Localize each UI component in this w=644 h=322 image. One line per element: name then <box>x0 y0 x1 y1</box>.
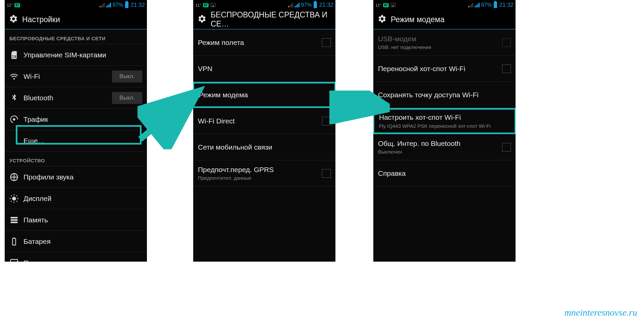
screenshot-tethering: 11° 97 97% 21:32 Режим модема USB-модем … <box>373 0 516 262</box>
sound-icon <box>9 172 23 182</box>
row-label: Сети мобильной связи <box>198 143 331 151</box>
row-label: Режим полета <box>198 38 322 47</box>
row-apps[interactable]: Приложения <box>5 252 147 262</box>
row-label: VPN <box>198 64 331 73</box>
wifi-icon <box>9 72 23 81</box>
sim-icon <box>9 50 23 60</box>
row-usb-modem: USB-модем USB: нет подключения <box>373 30 516 56</box>
bluetooth-icon <box>9 93 23 103</box>
row-wifi[interactable]: Wi-Fi Выкл. <box>5 66 147 87</box>
hotspot-checkbox[interactable] <box>502 64 511 73</box>
row-label: Трафик <box>23 115 142 123</box>
signal-sim1-icon <box>100 3 105 7</box>
section-wireless-header: БЕСПРОВОДНЫЕ СРЕДСТВА И СЕТИ <box>5 30 147 44</box>
row-label: Общ. Интер. по Bluetooth <box>378 139 502 148</box>
signal-sim2-icon <box>475 3 480 7</box>
row-airplane-mode[interactable]: Режим полета <box>193 30 335 56</box>
signal-sim1-icon <box>468 3 473 7</box>
row-label: Режим модема <box>199 91 330 99</box>
signal-sim2-icon <box>106 3 111 7</box>
svg-point-0 <box>13 118 15 120</box>
row-sublabel: Предпочтител. данные <box>198 175 322 181</box>
svg-rect-4 <box>11 219 18 221</box>
row-gprs-pref[interactable]: Предпочт.перед. GPRS Предпочтител. данны… <box>193 160 335 186</box>
screenshot-icon <box>391 3 395 7</box>
row-sublabel: USB: нет подключения <box>378 44 502 50</box>
row-configure-hotspot[interactable]: Настроить хот-спот Wi-Fi Fly IQ443 WPA2 … <box>373 108 516 134</box>
row-portable-hotspot[interactable]: Переносной хот-спот Wi-Fi <box>373 56 516 82</box>
svg-rect-7 <box>13 237 15 238</box>
row-sublabel: Fly IQ443 WPA2 PSK переносной хот-спот W… <box>379 123 510 129</box>
status-bar: 11° 97 97% 21:32 <box>5 0 147 10</box>
battery-percent: 97% <box>112 2 123 8</box>
row-bluetooth-share[interactable]: Общ. Интер. по Bluetooth Выключен <box>373 134 516 160</box>
screen-title: БЕСПРОВОДНЫЕ СРЕДСТВА И СЕ… <box>211 10 332 29</box>
row-label: Сохранять точку доступа Wi-Fi <box>378 91 511 99</box>
status-bar: 11° 97 97% 21:32 <box>373 0 516 10</box>
row-more[interactable]: Еще… <box>5 130 147 152</box>
temp-indicator: 11° <box>7 3 12 8</box>
screen-title: Режим модема <box>391 15 444 24</box>
row-label: Предпочт.перед. GPRS <box>198 165 322 174</box>
battery-percent: 97% <box>301 2 312 8</box>
row-mobile-networks[interactable]: Сети мобильной связи <box>193 134 335 160</box>
row-label: Переносной хот-спот Wi-Fi <box>378 64 502 73</box>
row-sound-profiles[interactable]: Профили звука <box>5 166 147 188</box>
wifi-toggle[interactable]: Выкл. <box>112 70 142 83</box>
row-label: Еще… <box>23 137 142 145</box>
row-memory[interactable]: Память <box>5 209 147 231</box>
row-help[interactable]: Справка <box>373 160 516 186</box>
row-keep-hotspot[interactable]: Сохранять точку доступа Wi-Fi <box>373 82 516 108</box>
btshare-checkbox[interactable] <box>502 143 511 152</box>
weather-badge: 97 <box>383 3 389 7</box>
row-label: Wi-Fi Direct <box>198 117 322 125</box>
row-bluetooth[interactable]: Bluetooth Выкл. <box>5 87 147 109</box>
row-label: Батарея <box>23 237 142 246</box>
weather-badge: 97 <box>203 3 209 7</box>
gear-icon <box>377 14 387 25</box>
row-tethering[interactable]: Режим модема <box>193 82 335 108</box>
signal-sim1-icon <box>288 3 293 7</box>
row-label: Профили звука <box>23 173 142 181</box>
clock: 21:32 <box>319 2 333 8</box>
battery-icon <box>125 2 128 8</box>
row-battery[interactable]: Батарея <box>5 231 147 252</box>
row-label: Bluetooth <box>23 94 112 102</box>
display-icon <box>9 194 23 203</box>
app-bar: Настройки <box>5 10 147 30</box>
section-device-header: УСТРОЙСТВО <box>5 152 147 166</box>
row-sim-management[interactable]: Управление SIM-картами <box>5 44 147 66</box>
screenshot-wireless-more: 11° 97 97% 21:32 БЕСПРОВОДНЫЕ СРЕДСТВА И… <box>193 0 335 262</box>
gear-icon <box>8 14 18 25</box>
bt-toggle[interactable]: Выкл. <box>112 92 142 104</box>
battery-icon <box>494 2 497 8</box>
usb-checkbox <box>502 38 511 47</box>
row-wifi-direct[interactable]: Wi-Fi Direct <box>193 108 335 134</box>
gprs-checkbox[interactable] <box>322 169 331 178</box>
row-display[interactable]: Дисплей <box>5 188 147 209</box>
watermark-text: mneinteresnovse.ru <box>565 307 637 318</box>
svg-rect-3 <box>11 217 18 218</box>
wifidirect-checkbox[interactable] <box>322 117 331 125</box>
screen-title: Настройки <box>22 15 60 24</box>
gear-icon <box>197 14 207 25</box>
screenshot-settings-root: 11° 97 97% 21:32 Настройки БЕСПРОВОДНЫЕ … <box>5 0 147 262</box>
row-vpn[interactable]: VPN <box>193 56 335 82</box>
data-usage-icon <box>9 115 23 124</box>
app-bar: Режим модема <box>373 10 516 30</box>
svg-rect-5 <box>11 221 18 223</box>
storage-icon <box>9 215 23 225</box>
row-sublabel: Выключен <box>378 149 502 155</box>
row-traffic[interactable]: Трафик <box>5 109 147 130</box>
status-bar: 11° 97 97% 21:32 <box>193 0 335 10</box>
battery-settings-icon <box>9 237 23 246</box>
row-label: Память <box>23 216 142 224</box>
screenshot-icon <box>211 3 215 7</box>
svg-rect-8 <box>11 259 18 262</box>
airplane-checkbox[interactable] <box>322 38 331 47</box>
battery-percent: 97% <box>481 2 492 8</box>
row-label: Дисплей <box>23 194 142 203</box>
temp-indicator: 11° <box>195 3 201 8</box>
row-label: Wi-Fi <box>23 72 112 80</box>
clock: 21:32 <box>130 2 145 8</box>
